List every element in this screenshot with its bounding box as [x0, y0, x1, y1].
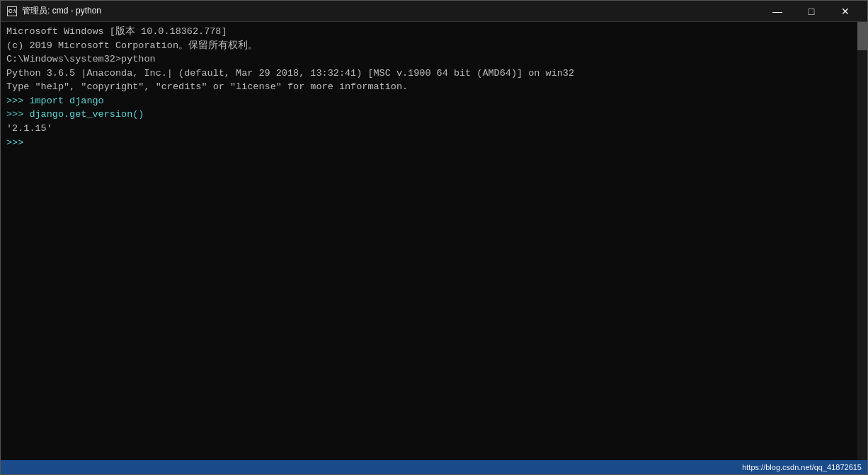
scrollbar-thumb[interactable] [857, 22, 867, 50]
terminal-line: Type "help", "copyright", "credits" or "… [6, 80, 862, 94]
cmd-icon: C:\ [7, 6, 17, 16]
status-bar: https://blog.csdn.net/qq_41872615 [1, 460, 867, 474]
cmd-icon-container: C:\ [6, 6, 18, 17]
status-link[interactable]: https://blog.csdn.net/qq_41872615 [742, 463, 862, 471]
title-bar-left: C:\ 管理员: cmd - python [6, 5, 101, 17]
close-button[interactable]: ✕ [829, 3, 862, 20]
terminal-line: C:\Windows\system32>python [6, 52, 862, 67]
terminal-body[interactable]: Microsoft Windows [版本 10.0.18362.778](c)… [1, 22, 867, 460]
terminal-line: (c) 2019 Microsoft Corporation。保留所有权利。 [6, 39, 862, 53]
window-title: 管理员: cmd - python [22, 5, 101, 17]
minimize-button[interactable]: — [761, 3, 794, 20]
window: C:\ 管理员: cmd - python — □ ✕ Microsoft Wi… [0, 0, 868, 475]
title-bar: C:\ 管理员: cmd - python — □ ✕ [1, 1, 867, 22]
terminal-line: >>> [6, 136, 862, 150]
maximize-button[interactable]: □ [795, 3, 828, 20]
terminal-content: Microsoft Windows [版本 10.0.18362.778](c)… [6, 25, 862, 149]
terminal-line: >>> django.get_version() [6, 108, 862, 122]
terminal-line: '2.1.15' [6, 122, 862, 136]
scrollbar[interactable] [857, 22, 867, 460]
title-bar-controls: — □ ✕ [761, 3, 862, 20]
terminal-line: Microsoft Windows [版本 10.0.18362.778] [6, 25, 862, 39]
terminal-line: >>> import django [6, 94, 862, 108]
terminal-line: Python 3.6.5 |Anaconda, Inc.| (default, … [6, 67, 862, 81]
